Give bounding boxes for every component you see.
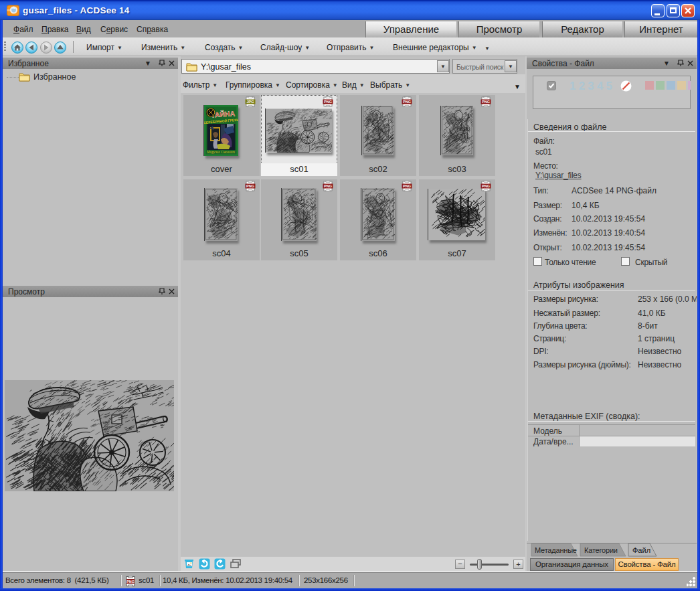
- svg-text:PNG: PNG: [126, 580, 135, 584]
- svg-text:Категории: Категории: [584, 546, 618, 554]
- svg-text:Файл: Файл: [632, 546, 650, 554]
- svg-text:Метаданные: Метаданные: [535, 546, 577, 554]
